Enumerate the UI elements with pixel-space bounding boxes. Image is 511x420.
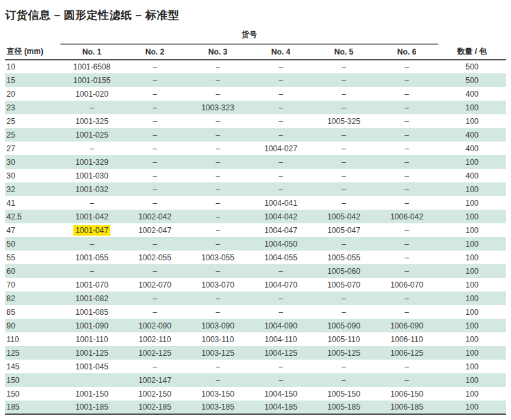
table-body: 101001-6508–––––500151001-0155–––––50020… (5, 60, 506, 414)
qty-per-pack-cell: 400 (438, 128, 506, 142)
table-row: 60––––1005-060–100 (5, 264, 506, 278)
qty-per-pack-cell: 100 (438, 264, 506, 278)
catalog-number-cell: – (375, 291, 438, 305)
catalog-number-cell: – (186, 60, 249, 73)
catalog-number-cell: 1004-042 (249, 210, 312, 223)
diameter-cell: 25 (5, 114, 60, 128)
qty-per-pack-cell: 100 (438, 237, 506, 251)
catalog-number-cell: – (186, 114, 249, 128)
catalog-number-cell: 1002-110 (123, 332, 186, 346)
diameter-cell: 85 (5, 305, 60, 319)
table-row: 821001-082–––––100 (5, 291, 506, 305)
diameter-cell: 42.5 (5, 210, 60, 223)
catalog-number-cell: – (312, 60, 375, 73)
catalog-number-cell: 1005-110 (312, 332, 375, 346)
catalog-number-cell: – (123, 305, 186, 319)
catalog-number-cell: – (123, 73, 186, 87)
catalog-number-cell: – (312, 101, 375, 114)
diameter-cell: 30 (5, 169, 60, 182)
catalog-number-cell: 1006-150 (375, 387, 438, 401)
table-row: 1101001-1101002-1101003-1101004-1101005-… (5, 332, 506, 346)
catalog-number-cell: – (249, 87, 312, 101)
catalog-number-cell: – (312, 196, 375, 210)
catalog-number-cell: – (312, 128, 375, 142)
catalog-number-cell: 1004-027 (249, 142, 312, 155)
catalog-number-cell: – (249, 182, 312, 196)
catalog-number-cell: – (249, 264, 312, 278)
catalog-number-cell: 1001-090 (60, 319, 123, 332)
catalog-number-cell: – (375, 264, 438, 278)
catalog-number-cell: 1004-185 (249, 401, 312, 414)
diameter-cell: 50 (5, 237, 60, 251)
table-row: 251001-025–––––400 (5, 128, 506, 142)
catalog-number-cell: – (249, 101, 312, 114)
page-title: 订货信息 – 圆形定性滤纸 – 标准型 (5, 8, 506, 23)
catalog-number-cell: – (375, 182, 438, 196)
catalog-number-cell: – (375, 155, 438, 169)
table-row: 27–––1004-027––400 (5, 142, 506, 155)
diameter-cell: 90 (5, 319, 60, 332)
qty-per-pack-cell: 100 (438, 401, 506, 414)
catalog-number-cell: – (375, 305, 438, 319)
catalog-number-cell: 1001-025 (60, 128, 123, 142)
catalog-number-cell: 1001-110 (60, 332, 123, 346)
catalog-number-cell: – (375, 73, 438, 87)
highlighted-catalog-number: 1001-047 (73, 225, 110, 236)
catalog-number-cell: – (186, 87, 249, 101)
catalog-number-cell: – (186, 196, 249, 210)
diameter-cell: 145 (5, 360, 60, 373)
diameter-cell: 125 (5, 346, 60, 360)
catalog-number-cell: 1001-030 (60, 169, 123, 182)
table-row: 301001-329–––––100 (5, 155, 506, 169)
catalog-number-cell: – (186, 305, 249, 319)
diameter-cell: 41 (5, 196, 60, 210)
catalog-number-cell: – (123, 169, 186, 182)
catalog-number-cell: 1004-090 (249, 319, 312, 332)
catalog-number-cell: 1001-185 (60, 401, 123, 414)
catalog-number-cell: 1005-150 (312, 387, 375, 401)
catalog-number-cell: 1003-185 (186, 401, 249, 414)
qty-per-pack-cell: 500 (438, 73, 506, 87)
catalog-number-cell: – (186, 264, 249, 278)
catalog-number-cell: – (123, 237, 186, 251)
catalog-number-cell: – (186, 155, 249, 169)
catalog-number-cell: 1005-055 (312, 251, 375, 264)
catalog-number-cell: – (249, 128, 312, 142)
catalog-number-cell: – (249, 169, 312, 182)
catalog-number-cell: 1004-150 (249, 387, 312, 401)
table-row: 1451001-045–––––100 (5, 360, 506, 373)
column-header-row: 直径 (mm) No. 1 No. 2 No. 3 No. 4 No. 5 No… (5, 44, 506, 60)
qty-per-pack-cell: 400 (438, 142, 506, 155)
column-header-no5: No. 5 (312, 44, 375, 60)
diameter-cell: 30 (5, 155, 60, 169)
catalog-number-cell: – (186, 291, 249, 305)
catalog-number-cell: 1001-0155 (60, 73, 123, 87)
qty-per-pack-cell: 100 (438, 291, 506, 305)
catalog-number-cell: – (60, 101, 123, 114)
catalog-number-cell: 1001-020 (60, 87, 123, 101)
qty-per-pack-cell: 100 (438, 360, 506, 373)
catalog-number-cell: 1001-085 (60, 305, 123, 319)
table-row: 101001-6508–––––500 (5, 60, 506, 73)
table-row: 1501002-147––––100 (5, 373, 506, 387)
catalog-number-cell: 1002-150 (123, 387, 186, 401)
diameter-cell: 32 (5, 182, 60, 196)
catalog-number-cell: – (186, 223, 249, 237)
catalog-number-cell: – (60, 264, 123, 278)
diameter-cell: 150 (5, 373, 60, 387)
diameter-cell: 25 (5, 128, 60, 142)
catalog-number-cell: – (123, 360, 186, 373)
catalog-number-cell: 1003-070 (186, 278, 249, 291)
catalog-number-cell: – (375, 142, 438, 155)
catalog-number-cell: – (123, 128, 186, 142)
diameter-cell: 10 (5, 60, 60, 73)
catalog-number-cell: 1001-6508 (60, 60, 123, 73)
catalog-number-cell: 1004-055 (249, 251, 312, 264)
qty-per-pack-cell: 100 (438, 332, 506, 346)
catalog-number-cell: 1002-147 (123, 373, 186, 387)
catalog-number-cell: 1004-070 (249, 278, 312, 291)
table-header: 货号 直径 (mm) No. 1 No. 2 No. 3 No. 4 No. 5… (5, 29, 506, 60)
qty-per-pack-cell: 400 (438, 87, 506, 101)
catalog-number-cell: 1006-125 (375, 346, 438, 360)
catalog-number-cell: 1001-055 (60, 251, 123, 264)
